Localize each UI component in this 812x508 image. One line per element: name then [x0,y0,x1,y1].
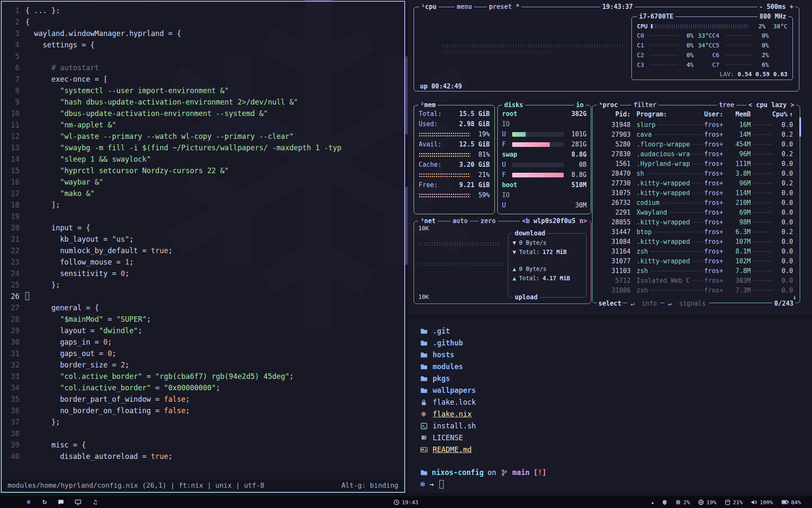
process-row[interactable]: 28470shfros+3.8M0.0 [593,168,800,178]
process-row[interactable]: 27830.audacious-wrafros+96M0.2 [593,149,800,159]
tree-button[interactable]: tree [717,101,736,109]
editor-line[interactable]: 21 kb_layout = "us"; [2,234,404,245]
editor-line[interactable]: 7 exec-once = [ [2,74,404,85]
process-row[interactable]: 27730.kitty-wrappedfros+96M0.2 [593,178,800,188]
editor-line[interactable]: 27 general = { [2,302,404,314]
io-mode-button[interactable]: io [574,101,586,109]
process-row[interactable]: 31086zshfros+7.3M0.0 [593,285,800,295]
editor-line[interactable]: 4 settings = { [2,39,404,51]
net-auto-button[interactable]: auto [450,217,470,225]
cpu-header[interactable]: Cpu% [769,110,787,118]
shield-icon[interactable] [662,500,667,505]
editor-line[interactable]: 8 "systemctl --user import-environment &… [2,85,404,97]
process-row[interactable]: 27903cavafros+14M0.2 [593,130,800,139]
pid-header[interactable]: Pid: [596,110,631,118]
interval-minus-button[interactable]: - [759,3,763,11]
prompt-input-line[interactable]: ❄ → [420,478,812,490]
editor-line[interactable]: 22 numlock_by_default = true; [2,245,404,257]
editor-line[interactable]: 32 border_size = 2; [2,359,404,371]
signals-button[interactable]: ↵ signals [664,300,709,307]
program-header[interactable]: Program: [631,110,704,118]
editor-line[interactable]: 36 no_border_on_floating = false; [2,405,404,417]
process-row[interactable]: 31103zshfros+7.8M0.0 [593,266,800,276]
user-header[interactable]: User: [704,110,729,118]
mem-header[interactable]: MemB [729,110,751,118]
editor-line[interactable]: 17 "mako &" [2,188,404,199]
preset-button[interactable]: preset * [487,3,521,11]
process-scrollbar[interactable] [799,117,801,137]
process-row[interactable]: 31447btopfros+6.3M0.2 [593,227,800,237]
tray-expand-icon[interactable]: ▴ [652,500,654,505]
editor-line[interactable]: 29 layout = "dwindle"; [2,325,404,337]
editor-line[interactable]: 26 [2,291,404,302]
editor-line[interactable]: 24 sensitivity = 0; [2,268,404,279]
process-row[interactable]: 31084.kitty-wrappedfros+107M0.0 [593,237,800,246]
process-row[interactable]: 2291Xwaylandfros+69M0.0 [593,207,800,217]
editor-line[interactable]: 13 "swaybg -m fill -i $(find ~/Pictures/… [2,142,404,154]
editor-line[interactable]: 37 }; [2,417,404,428]
editor-line[interactable]: 2{ [2,17,404,28]
editor-line[interactable]: 20 input = { [2,222,404,234]
editor-line[interactable]: 40 disable_autoreload = true; [2,451,404,462]
process-row[interactable]: 31077.kitty-wrappedfros+102M0.0 [593,256,800,266]
disks-box-title[interactable]: disks [502,101,525,109]
process-name: sh [631,170,704,177]
process-row[interactable]: 31164zshfros+8.1M0.0 [593,246,800,256]
dot-leader [650,290,702,291]
editor-line[interactable]: 16 "waybar &" [2,177,404,188]
editor-line[interactable]: 23 follow_mouse = 1; [2,257,404,268]
editor-line[interactable]: 5 [2,51,404,62]
memory-stat-module[interactable]: 19% [698,499,716,505]
editor-line[interactable]: 10 "dbus-update-activation-environment -… [2,108,404,119]
process-row[interactable]: 28055.kitty-wrappedfros+98M0.0 [593,217,800,227]
editor-line[interactable]: 6 # autostart [2,62,404,74]
editor-line[interactable]: 35 border_part_of_window = false; [2,394,404,405]
editor-content[interactable]: 1{ ... }:2{3 wayland.windowManager.hyprl… [2,5,404,462]
net-prev-button[interactable]: <b [522,217,529,225]
editor-line[interactable]: 15 "hyprctl setcursor Nordzy-cursors 22 … [2,165,404,177]
process-row[interactable]: 1561.Hyprland-wrapfros+111M0.0 [593,159,800,168]
process-row[interactable]: 26732codiumfros+210M0.0 [593,198,800,207]
line-number: 19 [2,211,19,222]
process-row[interactable]: 5712Isolated Web Cfros+303M0.0 [593,276,800,285]
editor-line[interactable]: 38 [2,428,404,439]
process-row[interactable]: 5280.floorp-wrappefros+454M0.0 [593,139,800,149]
editor-line[interactable]: 1{ ... }: [2,5,404,17]
editor-line[interactable]: 14 "sleep 1 && swaylock" [2,154,404,165]
display-icon[interactable] [75,500,81,505]
clock-module[interactable]: 19:43 [394,499,418,505]
interval-plus-button[interactable]: + [790,3,793,11]
select-button[interactable]: select [597,300,623,307]
sort-next-button[interactable]: > [790,101,794,109]
cpu-stat-module[interactable]: 2% [675,499,690,505]
chat-icon[interactable] [58,500,64,505]
process-row[interactable]: 31075.kitty-wrappedfros+114M0.0 [593,188,800,198]
editor-line[interactable]: 12 "wl-paste --primary --watch wl-copy -… [2,131,404,142]
editor-line[interactable]: 25 }; [2,279,404,291]
editor-line[interactable]: 3 wayland.windowManager.hyprland = { [2,28,404,39]
battery-module[interactable]: 84% [782,499,801,505]
editor-line[interactable]: 33 "col.active_border" = "rgb(cba6f7) rg… [2,371,404,382]
menu-button[interactable]: menu [455,3,474,11]
sort-prev-button[interactable]: < [749,101,752,109]
music-icon[interactable]: ♫ [92,499,98,505]
nix-icon[interactable]: ❄ [26,499,31,505]
core-load: 4% [680,61,694,68]
editor-line[interactable]: 18 ]; [2,199,404,211]
disk-stat-module[interactable]: 21% [725,499,743,505]
editor-line[interactable]: 30 gaps_in = 0; [2,337,404,348]
filter-button[interactable]: filter [631,101,658,109]
editor-line[interactable]: 19 [2,211,404,222]
net-next-button[interactable]: n> [579,217,587,225]
net-zero-button[interactable]: zero [478,217,498,225]
refresh-icon[interactable]: ↻ [42,499,47,505]
volume-module[interactable]: 100% [751,499,773,505]
editor-line[interactable]: 28 "$mainMod" = "SUPER"; [2,314,404,325]
editor-line[interactable]: 11 "nm-applet &" [2,119,404,131]
info-button[interactable]: ↵ info [627,300,660,307]
editor-line[interactable]: 39 misc = { [2,439,404,451]
editor-line[interactable]: 34 "col.inactive_border" = "0x00000000"; [2,382,404,394]
process-row[interactable]: 31948slurpfros+16M0.0 [593,120,800,130]
editor-line[interactable]: 31 gaps_out = 0; [2,348,404,359]
editor-line[interactable]: 9 "hash dbus-update-activation-environme… [2,97,404,108]
